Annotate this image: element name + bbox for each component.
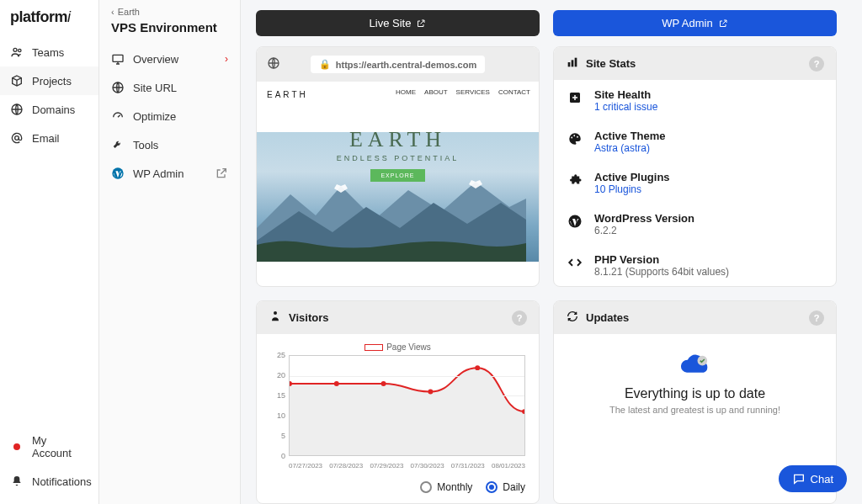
preview-hero-title: EARTH — [257, 127, 539, 152]
nav-label: Overview — [133, 53, 178, 66]
puzzle-icon — [567, 172, 583, 188]
stat-active-theme: Active ThemeAstra (astra) — [554, 121, 836, 162]
url-display[interactable]: 🔒 https://earth.central-demos.com — [311, 56, 485, 73]
person-icon — [269, 310, 282, 326]
primary-sidebar: platformi Teams Projects Domains Email — [0, 0, 99, 504]
updates-subtext: The latest and greatest is up and runnin… — [571, 405, 819, 415]
stat-label: Site Health — [594, 88, 657, 101]
stat-label: Active Theme — [594, 130, 666, 142]
mountain-illustration — [257, 161, 526, 262]
primary-nav: Teams Projects Domains Email — [0, 34, 98, 427]
stat-value[interactable]: 10 Plugins — [594, 183, 670, 195]
svg-point-19 — [381, 381, 386, 386]
users-icon — [10, 45, 24, 59]
svg-point-3 — [15, 136, 19, 141]
nav-label: Site URL — [133, 82, 177, 94]
nav-notifications[interactable]: Notifications — [0, 467, 98, 496]
nav-optimize[interactable]: Optimize — [99, 102, 240, 130]
nav-site-url[interactable]: Site URL — [99, 73, 240, 102]
nav-overview[interactable]: Overview › — [99, 45, 240, 73]
nav-domains[interactable]: Domains — [0, 95, 98, 124]
chat-label: Chat — [811, 473, 833, 485]
nav-label: Optimize — [133, 110, 176, 123]
nav-label: Notifications — [32, 475, 92, 488]
breadcrumb-label: Earth — [118, 7, 140, 17]
updates-headline: Everything is up to date — [571, 386, 819, 401]
help-icon[interactable]: ? — [809, 56, 824, 72]
globe-icon — [111, 81, 125, 94]
stat-label: Active Plugins — [594, 171, 670, 183]
svg-point-1 — [19, 49, 21, 51]
code-icon — [567, 255, 583, 270]
site-preview-card: 🔒 https://earth.central-demos.com EARTH … — [256, 46, 540, 287]
wordpress-icon — [567, 214, 583, 229]
external-link-icon — [718, 19, 728, 29]
period-daily[interactable]: Daily — [486, 481, 525, 493]
stat-value[interactable]: Astra (astra) — [594, 142, 666, 154]
stat-value[interactable]: 1 critical issue — [594, 101, 657, 113]
secondary-sidebar: ‹ Earth VPS Environment Overview › Site … — [99, 0, 241, 504]
stat-php-version: PHP Version8.1.21 (Supports 64bit values… — [554, 245, 836, 286]
cloud-check-icon — [678, 351, 712, 378]
external-link-icon — [215, 167, 228, 180]
help-icon[interactable]: ? — [512, 310, 527, 326]
secondary-nav: Overview › Site URL Optimize Tools WP Ad… — [99, 45, 240, 188]
svg-point-12 — [571, 137, 572, 139]
nav-label: Domains — [32, 103, 75, 116]
svg-point-13 — [573, 135, 575, 136]
chart-legend: Page Views — [270, 342, 525, 352]
stat-label: WordPress Version — [594, 212, 694, 225]
refresh-icon — [566, 310, 579, 326]
stat-site-health: Site Health1 critical issue — [554, 80, 836, 121]
card-title: Site Stats — [586, 57, 636, 70]
breadcrumb-back[interactable]: ‹ Earth — [99, 0, 240, 20]
nav-projects[interactable]: Projects — [0, 66, 98, 95]
nav-my-account[interactable]: My Account — [0, 427, 98, 467]
svg-rect-9 — [572, 60, 574, 66]
nav-label: Teams — [32, 46, 64, 59]
monitor-icon — [111, 52, 125, 66]
period-controls: Monthly Daily — [257, 475, 539, 503]
site-stats-card: Site Stats ? Site Health1 critical issue… — [553, 46, 837, 287]
wp-admin-button[interactable]: WP Admin — [553, 10, 837, 36]
visitors-card: Visitors ? Page Views 0510152025 07/27/2… — [256, 300, 540, 504]
palette-icon — [567, 131, 583, 146]
svg-point-14 — [577, 136, 578, 138]
help-icon[interactable]: ? — [809, 310, 824, 326]
chat-icon — [792, 472, 806, 485]
live-site-button[interactable]: Live Site — [256, 10, 540, 36]
site-screenshot: EARTH HOME ABOUT SERVICES CONTACT EARTH … — [257, 82, 539, 262]
bottom-nav: My Account Notifications — [0, 427, 98, 504]
nav-teams[interactable]: Teams — [0, 38, 98, 66]
svg-rect-10 — [575, 58, 577, 67]
external-link-icon — [416, 19, 426, 29]
logo: platformi — [0, 0, 98, 34]
nav-wp-admin[interactable]: WP Admin — [99, 159, 240, 188]
stat-label: PHP Version — [594, 253, 729, 266]
nav-label: Tools — [133, 139, 158, 151]
chat-button[interactable]: Chat — [779, 465, 847, 492]
lock-icon: 🔒 — [319, 59, 331, 70]
svg-point-16 — [274, 311, 277, 315]
card-title: Visitors — [289, 311, 328, 324]
url-text: https://earth.central-demos.com — [336, 60, 476, 70]
updates-body: Everything is up to date The latest and … — [554, 334, 836, 432]
radio-icon — [486, 481, 498, 493]
stat-value: 8.1.21 (Supports 64bit values) — [594, 266, 729, 278]
radio-icon — [420, 481, 432, 493]
main-content: Live Site WP Admin 🔒 https://earth.centr… — [241, 0, 862, 504]
avatar-icon — [10, 440, 24, 454]
nav-tools[interactable]: Tools — [99, 130, 240, 159]
plus-square-icon — [567, 90, 583, 105]
globe-icon — [267, 56, 280, 72]
svg-point-0 — [13, 48, 17, 51]
svg-point-21 — [475, 365, 480, 370]
cube-icon — [10, 74, 24, 88]
nav-label: WP Admin — [133, 167, 184, 180]
logo-accent: i — [67, 8, 71, 25]
period-monthly[interactable]: Monthly — [420, 481, 472, 493]
stats-body: Site Health1 critical issue Active Theme… — [554, 80, 836, 286]
nav-email[interactable]: Email — [0, 124, 98, 152]
gauge-icon — [111, 109, 125, 123]
nav-label: Email — [32, 132, 60, 145]
